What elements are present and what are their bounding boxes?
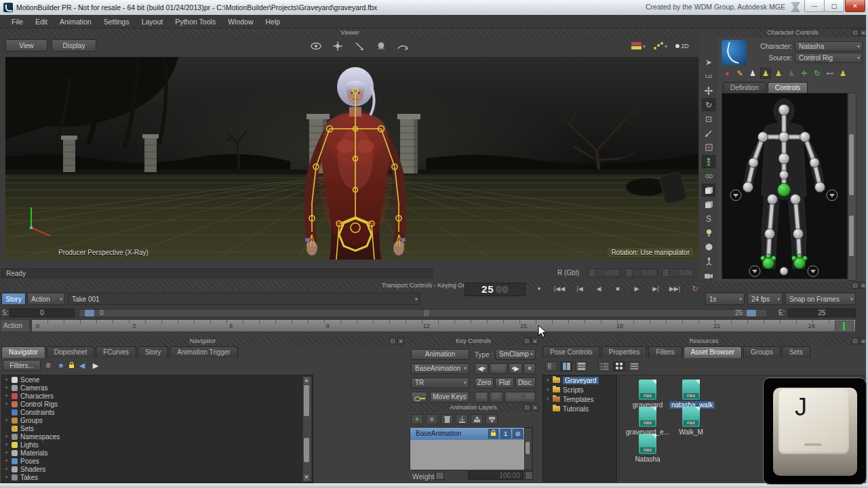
auxiliary-pivot-icon[interactable]: ✎ <box>734 68 745 79</box>
light-object-icon[interactable] <box>702 226 715 239</box>
float-panel-icon[interactable]: □ <box>389 338 396 344</box>
camera-object-icon[interactable] <box>702 269 715 282</box>
weight-value-field[interactable]: 100.00 <box>468 471 524 480</box>
previous-key-button[interactable]: |◀ <box>571 283 589 294</box>
split-view-icon[interactable] <box>560 361 572 371</box>
tab-fcurves[interactable]: FCurves <box>96 346 136 358</box>
folder-templates[interactable]: + Templates <box>543 394 616 404</box>
stance-pose-icon[interactable]: ♟ <box>837 68 848 79</box>
flat-button[interactable]: Flat <box>495 378 514 388</box>
playhead-marker[interactable] <box>835 321 854 332</box>
sphere-primitive-icon[interactable] <box>702 241 715 253</box>
tree-item-takes[interactable]: +Takes <box>2 473 313 481</box>
details-mode-icon[interactable] <box>628 361 640 371</box>
marker-tool-icon[interactable] <box>702 141 715 154</box>
asset-graveyard-e[interactable]: FBX graveyard_e... <box>626 407 669 436</box>
tree-scrollbar[interactable]: ▲ ▼ <box>302 376 312 482</box>
asset-graveyard[interactable]: FBX graveyard <box>626 380 669 409</box>
tab-filters[interactable]: Filters <box>648 346 682 358</box>
list-mode-icon[interactable] <box>598 361 610 371</box>
zero-button[interactable]: Zero <box>475 378 494 388</box>
list-view-icon[interactable]: ≡ <box>43 361 53 370</box>
float-panel-icon[interactable]: □ <box>524 404 530 411</box>
tree-item-lights[interactable]: +Lights <box>2 441 313 449</box>
end-frame-field[interactable]: 25 <box>788 308 856 317</box>
back-icon[interactable]: ◀ <box>77 361 87 370</box>
curve-tool-icon[interactable]: S <box>702 212 715 225</box>
move-keys-button[interactable]: Move Keys <box>430 392 469 403</box>
selection-mode-icon[interactable]: ♟ <box>773 68 784 79</box>
weight-toggle[interactable] <box>435 472 444 480</box>
skeleton-tool-icon[interactable] <box>702 255 715 268</box>
tree-item-cameras[interactable]: +Cameras <box>2 384 313 392</box>
take-dropdown[interactable]: Take 001▾ <box>68 293 420 305</box>
record-button[interactable]: ● <box>530 283 548 294</box>
float-panel-icon[interactable]: □ <box>524 338 530 344</box>
speed-dropdown[interactable]: 1x▾ <box>705 293 745 305</box>
character-thumbnail[interactable] <box>722 40 747 65</box>
rotate-tool-icon[interactable]: ↻ <box>702 98 715 111</box>
tab-definition[interactable]: Definition <box>723 82 766 94</box>
tab-sets[interactable]: Sets <box>782 346 810 358</box>
rotate-pin-icon[interactable]: ↻ <box>812 68 823 79</box>
close-panel-icon[interactable]: × <box>532 404 538 411</box>
zoom-handle-right[interactable] <box>747 310 756 317</box>
animation-mode-button[interactable]: Animation <box>411 349 469 360</box>
previous-key-button[interactable]: ◀• <box>475 363 488 374</box>
translate-tool-icon[interactable] <box>702 84 715 97</box>
character-select-icon[interactable] <box>702 155 715 168</box>
fps-dropdown[interactable]: 24 fps▾ <box>747 293 783 305</box>
layer-lock-icon[interactable] <box>488 429 498 439</box>
menu-window[interactable]: Window <box>222 16 259 28</box>
menu-file[interactable]: File <box>5 16 29 28</box>
layer-mute-icon[interactable]: ⊘ <box>513 429 523 439</box>
layer-row-baseanimation[interactable]: BaseAnimation 1 ⊘ <box>410 428 526 440</box>
asset-natasha-walk[interactable]: FBX natasha_walk <box>669 380 713 409</box>
rotation-y-field[interactable]: 0.00 <box>625 268 658 277</box>
tree-item-groups[interactable]: +Groups <box>2 416 313 424</box>
float-panel-icon[interactable]: □ <box>852 282 859 289</box>
tree-view-icon[interactable] <box>545 361 557 371</box>
rig-scrollbar[interactable] <box>848 93 856 281</box>
fk-button[interactable]: FK <box>475 392 488 403</box>
folder-scripts[interactable]: + Scripts <box>543 385 616 394</box>
asset-walk-m[interactable]: FBX Walk_M <box>669 407 713 436</box>
menu-animation[interactable]: Animation <box>54 16 98 28</box>
select-branches-icon[interactable]: ★ <box>56 361 66 370</box>
filters-button[interactable]: Filters... <box>3 360 41 371</box>
loop-mode-icon[interactable]: ↻ <box>686 283 704 294</box>
tree-item-materials[interactable]: +Materials <box>2 449 313 457</box>
menu-edit[interactable]: Edit <box>29 16 54 28</box>
character-select-dropdown[interactable]: Natasha▾ <box>795 41 863 52</box>
close-panel-icon[interactable]: × <box>532 338 538 344</box>
timeline-zoom-bar[interactable]: 0 ||| 25 <box>79 309 768 317</box>
float-panel-icon[interactable]: □ <box>852 338 859 344</box>
stop-button[interactable]: ■ <box>609 283 627 294</box>
thumbnail-mode-icon[interactable] <box>613 361 625 371</box>
constraint-icon[interactable] <box>702 169 715 182</box>
tab-controls[interactable]: Controls <box>768 82 808 94</box>
pen-tool-icon[interactable] <box>702 127 715 140</box>
light-icon[interactable] <box>374 39 389 54</box>
menu-python-tools[interactable]: Python Tools <box>169 16 222 28</box>
tab-animation-trigger[interactable]: Animation Trigger <box>170 346 237 358</box>
close-panel-icon[interactable]: × <box>397 338 404 344</box>
delete-layer-icon[interactable] <box>441 414 453 424</box>
tab-dopesheet[interactable]: Dopesheet <box>47 346 94 358</box>
step-back-button[interactable]: ◀ <box>590 283 608 294</box>
go-to-start-button[interactable]: |◀◀ <box>551 283 568 294</box>
rotation-z-field[interactable]: 0.00 <box>662 268 694 277</box>
source-select-dropdown[interactable]: Control Rig▾ <box>795 53 863 63</box>
tab-story[interactable]: Story <box>138 346 168 358</box>
go-to-end-button[interactable]: ▶▶| <box>666 283 684 294</box>
delete-key-button[interactable]: × <box>524 363 536 374</box>
cube-primitive-icon[interactable] <box>702 184 715 197</box>
select-tool-icon[interactable]: ➤ <box>702 56 715 68</box>
next-key-button[interactable]: •▶ <box>509 363 522 374</box>
view-menu-button[interactable]: View <box>5 39 47 52</box>
pan-camera-icon[interactable] <box>330 39 345 54</box>
table-view-icon[interactable] <box>575 361 587 371</box>
translate-pin-icon[interactable]: ✛ <box>799 68 810 79</box>
tree-item-constraints[interactable]: Constraints <box>2 408 313 416</box>
forward-icon[interactable]: ▶ <box>90 361 101 370</box>
